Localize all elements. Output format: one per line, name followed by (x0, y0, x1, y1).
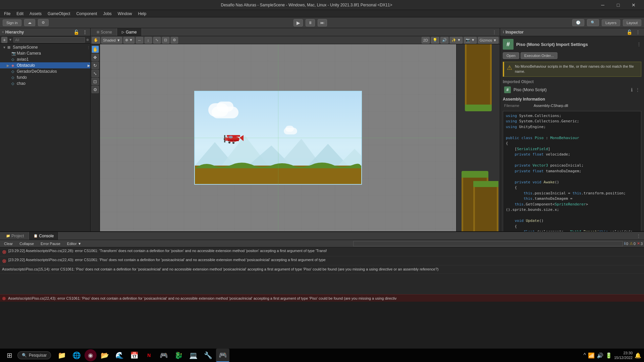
pause-button[interactable]: ⏸ (306, 19, 315, 26)
taskbar-app6[interactable]: 🔧 (201, 349, 215, 362)
hierarchy-item-obstaculo[interactable]: ▶ ◈ Obstaculo ▶ (0, 62, 90, 68)
execution-order-button[interactable]: Execution Order... (521, 52, 557, 59)
menu-gameobject[interactable]: GameObject (45, 11, 73, 17)
tray-sound[interactable]: 🔊 (597, 352, 603, 359)
rotate-tool[interactable]: ↕ (145, 37, 152, 44)
minimize-button[interactable]: ─ (595, 0, 610, 10)
console-tab-icon: 📋 (34, 234, 38, 238)
game-tab[interactable]: ▷ Game (117, 28, 142, 36)
menu-component[interactable]: Component (73, 11, 100, 17)
menu-assets[interactable]: Assets (27, 11, 44, 17)
taskbar-edge[interactable]: 🌊 (113, 349, 126, 362)
scale-tool[interactable]: ⤡ (153, 37, 161, 44)
move-tool[interactable]: ↔ (136, 37, 143, 44)
tray-expand[interactable]: ^ (583, 352, 586, 358)
console-message-1[interactable]: ⊗ [23:29:22] Assets\scripts\Piso.cs(22,2… (0, 247, 644, 256)
custom-tool-left[interactable]: ⚙ (92, 86, 99, 93)
open-button[interactable]: Open (503, 52, 519, 59)
start-button[interactable]: ⊞ (3, 349, 16, 362)
taskbar-filemanager[interactable]: 📂 (98, 349, 111, 362)
inspector-lock-icon[interactable]: 🔓 (626, 29, 633, 35)
scene-cam-btn[interactable]: 📷 ▼ (464, 37, 477, 44)
imported-obj-info-icon[interactable]: ℹ (631, 87, 633, 93)
shading-dropdown[interactable]: Shaded ▼ (101, 37, 122, 44)
console-message-2[interactable]: ⊗ [23:29:22] Assets\scripts\Piso.cs(22,4… (0, 256, 644, 265)
history-button[interactable]: 🕐 (572, 19, 584, 26)
hierarchy-lock-icon[interactable]: 🔓 (72, 29, 80, 35)
scene-icon: ⊞ (7, 45, 12, 50)
maximize-button[interactable]: □ (610, 0, 626, 10)
menu-window[interactable]: Window (115, 11, 135, 17)
scene-canvas[interactable] (100, 44, 456, 231)
hierarchy-search-input[interactable] (13, 37, 85, 43)
console-tab[interactable]: 📋 Console (29, 232, 59, 240)
play-button[interactable]: ▶ (293, 19, 303, 26)
taskbar-search[interactable]: 🔍 Pesquisar (17, 351, 51, 359)
taskbar-teams[interactable]: 📅 (127, 349, 141, 362)
console-panel-menu[interactable]: ⋮ (635, 234, 643, 238)
taskbar-files[interactable]: 📁 (55, 349, 68, 362)
console-search-input[interactable] (353, 241, 623, 246)
select-tool[interactable]: ✋ (92, 46, 99, 53)
hierarchy-item-chao[interactable]: ◇ chao (0, 80, 90, 86)
inspector-menu-icon[interactable]: ⋮ (635, 29, 641, 35)
console-error-bar: ⊗ Assets\scripts\Piso.cs(22,43): error C… (0, 294, 644, 302)
move-tool-left[interactable]: ✥ (92, 54, 99, 61)
hand-tool[interactable]: ✋ (92, 37, 100, 44)
error-pause-button[interactable]: Error Pause (38, 241, 63, 246)
tray-notifications[interactable]: 🔔 (635, 352, 641, 359)
hierarchy-item-fundo[interactable]: ◇ fundo (0, 74, 90, 80)
maincamera-label: Main Camera (17, 51, 41, 56)
tray-network[interactable]: 📶 (588, 352, 595, 359)
collapse-button[interactable]: Collapse (17, 241, 37, 246)
hierarchy-item-samplescene[interactable]: ▼ ⊞ SampleScene ⋮ (0, 44, 90, 50)
lighting-btn[interactable]: 💡 (431, 37, 439, 44)
rect-tool-left[interactable]: ⊡ (92, 78, 99, 85)
scene-panel-menu[interactable]: ⋮ (490, 30, 498, 35)
gizmos-btn[interactable]: ⊕ ▼ (123, 37, 135, 44)
scale-tool-left[interactable]: ⤡ (92, 70, 99, 77)
hierarchy-item-maincamera[interactable]: 📷 Main Camera (0, 50, 90, 56)
hierarchy-item-aviao1[interactable]: ◇ aviao1 (0, 56, 90, 62)
taskbar-app3[interactable]: 🎮 (157, 349, 170, 362)
scene-menu-icon[interactable]: ⋮ (87, 46, 90, 49)
taskbar-app2[interactable]: ◉ (85, 349, 97, 361)
close-button[interactable]: ✕ (626, 0, 641, 10)
imported-obj-menu-icon[interactable]: ⋮ (635, 87, 640, 93)
layout-button[interactable]: Layout (623, 19, 641, 26)
search-button[interactable]: 🔍 (587, 19, 599, 26)
step-button[interactable]: ⏭ (318, 19, 327, 26)
menu-jobs[interactable]: Jobs (100, 11, 114, 17)
taskbar-unity-active[interactable]: 🎮 (216, 349, 229, 362)
cloud-button[interactable]: ☁ (24, 19, 35, 26)
rotate-tool-left[interactable]: ↻ (92, 62, 99, 69)
scene-tab[interactable]: ⊞ Scene (92, 28, 117, 36)
console-bottom-error[interactable]: Assets\scripts\Piso.cs(15,14): error CS1… (0, 265, 644, 274)
signin-button[interactable]: Sign in (3, 19, 21, 26)
menu-file[interactable]: File (1, 11, 13, 17)
tray-battery[interactable]: 🔋 (605, 352, 612, 359)
menu-help[interactable]: Help (136, 11, 149, 17)
taskbar-app5[interactable]: 💻 (186, 349, 200, 362)
fx-btn[interactable]: ✨ ▼ (450, 37, 463, 44)
collab-button[interactable]: ⚙ (38, 19, 49, 26)
gizmos2-btn[interactable]: Gizmos ▼ (478, 37, 498, 44)
taskbar-netflix[interactable]: N (142, 349, 156, 362)
2d-toggle[interactable]: 2D (422, 37, 430, 44)
rect-tool[interactable]: ⊡ (162, 37, 169, 44)
audio-btn[interactable]: 🔊 (440, 37, 448, 44)
editor-dropdown[interactable]: Editor ▼ (64, 241, 84, 246)
hierarchy-menu-icon[interactable]: ⋮ (82, 29, 88, 35)
taskbar-clock[interactable]: 23:30 15/12/2022 (614, 351, 633, 360)
menu-edit[interactable]: Edit (14, 11, 26, 17)
transform-tool[interactable]: ⚙ (171, 37, 178, 44)
layers-button[interactable]: Layers (602, 19, 620, 26)
inspector-settings-icon[interactable]: ⋮ (637, 42, 641, 47)
clear-button[interactable]: Clear (1, 241, 15, 246)
taskbar-app4[interactable]: 🐉 (172, 349, 185, 362)
project-tab[interactable]: 📁 Project (1, 232, 29, 240)
hierarchy-item-gerador[interactable]: ◇ GeradorDeObstaculos (0, 68, 90, 74)
hierarchy-add-button[interactable]: + (1, 37, 7, 43)
taskbar-browser1[interactable]: 🌐 (70, 349, 83, 362)
obstaculo-expand-icon[interactable]: ▶ (88, 64, 90, 67)
